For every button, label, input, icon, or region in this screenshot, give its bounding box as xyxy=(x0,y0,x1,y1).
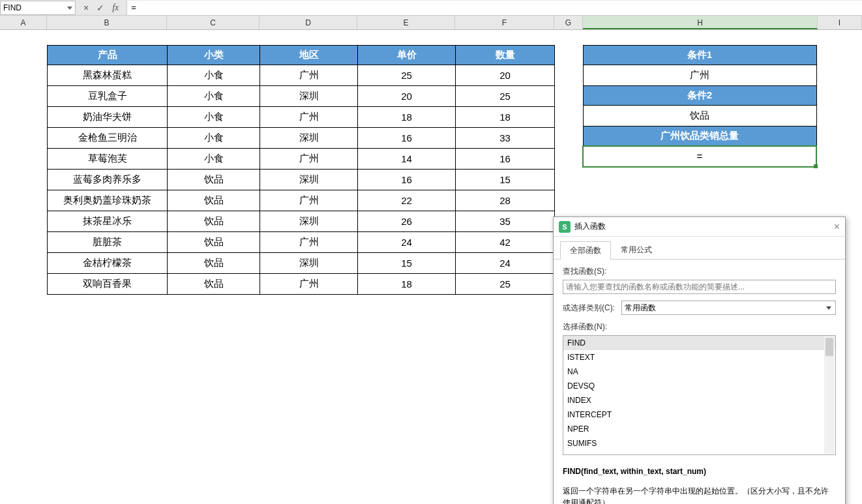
table-cell[interactable]: 饮品 xyxy=(168,232,260,253)
table-row: 抹茶星冰乐饮品深圳2635 xyxy=(48,211,555,232)
table-cell[interactable]: 广州 xyxy=(260,107,358,128)
table-cell[interactable]: 42 xyxy=(456,232,555,253)
table-cell[interactable]: 深圳 xyxy=(260,211,358,232)
column-header-C[interactable]: C xyxy=(167,16,260,29)
function-item[interactable]: ISTEXT xyxy=(563,350,835,364)
table-cell[interactable]: 脏脏茶 xyxy=(48,232,168,253)
table-cell[interactable]: 深圳 xyxy=(260,128,358,149)
table-cell[interactable]: 广州 xyxy=(260,274,358,295)
cond2-value[interactable]: 饮品 xyxy=(583,106,816,126)
scrollbar-thumb[interactable] xyxy=(825,338,833,356)
column-header-H[interactable]: H xyxy=(583,16,818,29)
table-cell[interactable]: 16 xyxy=(456,149,555,170)
function-item[interactable]: SUMIFS xyxy=(563,436,835,451)
table-cell[interactable]: 25 xyxy=(358,65,456,86)
cond1-value[interactable]: 广州 xyxy=(583,65,816,86)
function-item[interactable]: NPER xyxy=(563,422,835,436)
function-item[interactable]: INDEX xyxy=(563,393,835,408)
table-row: 奥利奥奶盖珍珠奶茶饮品广州2228 xyxy=(48,190,555,211)
table-cell[interactable]: 小食 xyxy=(168,149,260,170)
tab-all-functions[interactable]: 全部函数 xyxy=(560,241,611,259)
dialog-titlebar[interactable]: S 插入函数 × xyxy=(554,217,845,237)
table-cell[interactable]: 豆乳盒子 xyxy=(48,86,168,107)
table-cell[interactable]: 饮品 xyxy=(168,253,260,274)
name-box[interactable]: FIND xyxy=(0,1,76,15)
table-cell[interactable]: 15 xyxy=(358,253,456,274)
confirm-icon[interactable]: ✓ xyxy=(97,3,104,13)
table-cell[interactable]: 35 xyxy=(456,211,555,232)
table-cell[interactable]: 24 xyxy=(358,232,456,253)
table-cell[interactable]: 蓝莓多肉养乐多 xyxy=(48,170,168,190)
table-cell[interactable]: 22 xyxy=(358,190,456,211)
table-cell[interactable]: 饮品 xyxy=(168,190,260,211)
table-cell[interactable]: 16 xyxy=(358,170,456,190)
spreadsheet-canvas[interactable]: 产品小类地区单价数量 黑森林蛋糕小食广州2520豆乳盒子小食深圳2025奶油华夫… xyxy=(0,30,862,504)
table-cell[interactable]: 双响百香果 xyxy=(48,274,168,295)
table-cell[interactable]: 广州 xyxy=(260,190,358,211)
table-cell[interactable]: 广州 xyxy=(260,149,358,170)
table-cell[interactable]: 20 xyxy=(456,65,555,86)
close-icon[interactable]: × xyxy=(834,221,840,233)
column-header-D[interactable]: D xyxy=(260,16,357,29)
function-signature: FIND(find_text, within_text, start_num) xyxy=(563,467,836,476)
conditions-table: 条件1 广州 条件2 饮品 广州饮品类销总量 = xyxy=(582,45,817,168)
column-header-A[interactable]: A xyxy=(0,16,47,29)
table-cell[interactable]: 25 xyxy=(456,274,555,295)
table-cell[interactable]: 奶油华夫饼 xyxy=(48,107,168,128)
column-header-G[interactable]: G xyxy=(554,16,583,29)
table-cell[interactable]: 28 xyxy=(456,190,555,211)
table-cell[interactable]: 深圳 xyxy=(260,170,358,190)
table-cell[interactable]: 草莓泡芙 xyxy=(48,149,168,170)
table-cell[interactable]: 深圳 xyxy=(260,253,358,274)
tab-common-formulas[interactable]: 常用公式 xyxy=(611,241,662,259)
table-cell[interactable]: 25 xyxy=(456,86,555,107)
table-cell[interactable]: 26 xyxy=(358,211,456,232)
table-cell[interactable]: 深圳 xyxy=(260,86,358,107)
column-header-I[interactable]: I xyxy=(818,16,862,29)
function-list[interactable]: FINDISTEXTNADEVSQINDEXINTERCEPTNPERSUMIF… xyxy=(563,336,835,454)
table-row: 金枪鱼三明治小食深圳1633 xyxy=(48,128,555,149)
table-cell[interactable]: 24 xyxy=(456,253,555,274)
search-input[interactable] xyxy=(563,280,836,294)
table-row: 奶油华夫饼小食广州1818 xyxy=(48,107,555,128)
table-cell[interactable]: 16 xyxy=(358,128,456,149)
table-cell[interactable]: 小食 xyxy=(168,128,260,149)
table-cell[interactable]: 饮品 xyxy=(168,274,260,295)
table-cell[interactable]: 33 xyxy=(456,128,555,149)
total-value-active-cell[interactable]: = xyxy=(583,146,816,167)
table-row: 豆乳盒子小食深圳2025 xyxy=(48,86,555,107)
table-cell[interactable]: 14 xyxy=(358,149,456,170)
table-cell[interactable]: 广州 xyxy=(260,65,358,86)
table-cell[interactable]: 广州 xyxy=(260,232,358,253)
table-cell[interactable]: 小食 xyxy=(168,107,260,128)
table-cell[interactable]: 黑森林蛋糕 xyxy=(48,65,168,86)
table-cell[interactable]: 小食 xyxy=(168,86,260,107)
category-select[interactable]: 常用函数 xyxy=(621,301,836,315)
table-cell[interactable]: 20 xyxy=(358,86,456,107)
table-cell[interactable]: 18 xyxy=(358,274,456,295)
table-cell[interactable]: 18 xyxy=(358,107,456,128)
table-cell[interactable]: 饮品 xyxy=(168,170,260,190)
table-cell[interactable]: 奥利奥奶盖珍珠奶茶 xyxy=(48,190,168,211)
table-cell[interactable]: 饮品 xyxy=(168,211,260,232)
fx-icon[interactable]: fx xyxy=(112,3,119,13)
function-item[interactable]: INTERCEPT xyxy=(563,408,835,422)
column-header-F[interactable]: F xyxy=(455,16,554,29)
cancel-icon[interactable]: × xyxy=(83,3,89,13)
column-header-E[interactable]: E xyxy=(357,16,455,29)
function-item[interactable]: NA xyxy=(563,364,835,379)
dialog-body: 查找函数(S): 或选择类别(C): 常用函数 选择函数(N): FINDIST… xyxy=(554,259,845,459)
table-cell[interactable]: 抹茶星冰乐 xyxy=(48,211,168,232)
table-cell[interactable]: 金桔柠檬茶 xyxy=(48,253,168,274)
function-item[interactable]: DEVSQ xyxy=(563,379,835,393)
formula-bar-icons: × ✓ fx xyxy=(76,3,126,13)
table-row: 蓝莓多肉养乐多饮品深圳1615 xyxy=(48,170,555,190)
table-cell[interactable]: 18 xyxy=(456,107,555,128)
function-item[interactable]: FIND xyxy=(563,336,835,350)
scrollbar[interactable] xyxy=(824,336,835,454)
table-cell[interactable]: 15 xyxy=(456,170,555,190)
table-cell[interactable]: 小食 xyxy=(168,65,260,86)
formula-input[interactable]: = xyxy=(126,1,862,15)
table-cell[interactable]: 金枪鱼三明治 xyxy=(48,128,168,149)
column-header-B[interactable]: B xyxy=(47,16,167,29)
